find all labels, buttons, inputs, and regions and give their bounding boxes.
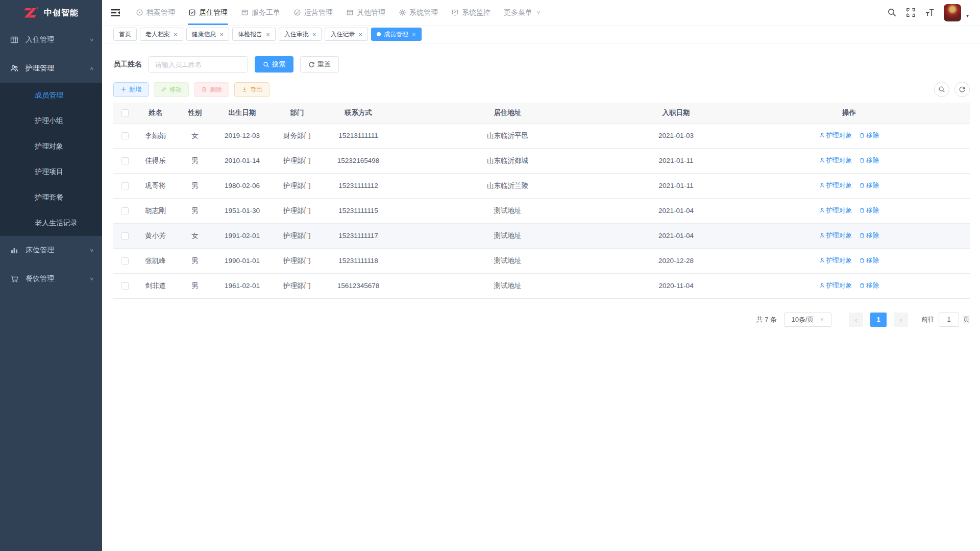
reset-button[interactable]: 重置 [300,56,339,73]
pagination: 共 7 条 10条/页 ∨ ‹ 1 › 前往 页 [113,313,970,327]
nav-item-other[interactable]: 其他管理 [339,0,392,25]
plus-icon [120,86,127,92]
row-checkbox[interactable] [121,207,129,214]
care-target-link[interactable]: 护理对象 [819,206,852,215]
column-header: 居住地址 [391,103,624,123]
search-icon[interactable] [887,8,897,17]
nav-item-more-menu[interactable]: 更多菜单 ∨ [497,0,547,25]
cell-birth-date: 2010-01-14 [215,148,269,173]
caret-down-icon[interactable]: ▾ [966,13,969,18]
care-target-label: 护理对象 [826,181,852,190]
cell-department: 护理部门 [269,248,325,273]
row-checkbox[interactable] [121,257,129,265]
column-header: 联系方式 [325,103,391,123]
trash-icon [859,132,865,138]
view-tab[interactable]: 入住审批 × [279,28,322,41]
sidebar-subitem[interactable]: 护理项目 [0,159,102,185]
remove-link[interactable]: 移除 [859,206,879,215]
sidebar-subitem-label: 老人生活记录 [35,219,78,228]
care-target-link[interactable]: 护理对象 [819,231,852,240]
goto-page-input[interactable] [939,313,959,327]
next-page-button[interactable]: › [894,313,908,327]
pencil-icon [161,86,167,92]
nav-item-label: 服务工单 [252,8,280,17]
cell-hire-date: 2020-12-28 [624,248,728,273]
care-target-link[interactable]: 护理对象 [819,281,852,290]
close-icon[interactable]: × [174,31,178,38]
fullscreen-icon[interactable] [906,8,916,17]
care-target-link[interactable]: 护理对象 [819,156,852,165]
tab-label: 入住审批 [284,30,309,39]
remove-link[interactable]: 移除 [859,181,879,190]
staff-name-input[interactable] [149,56,248,73]
trash-icon [859,282,865,289]
care-target-link[interactable]: 护理对象 [819,181,852,190]
sidebar-subitem[interactable]: 成员管理 [0,83,102,108]
sidebar-item-care-mgmt[interactable]: 护理管理 ∧ [0,54,102,83]
row-checkbox[interactable] [121,157,129,164]
table-body: 李娟娟 女 2019-12-03 财务部门 15213111111 山东临沂平邑… [113,123,970,298]
select-all-checkbox[interactable] [121,109,129,116]
row-checkbox[interactable] [121,232,129,239]
row-checkbox[interactable] [121,132,129,139]
remove-link[interactable]: 移除 [859,256,879,265]
page-number[interactable]: 1 [870,313,887,327]
remove-link[interactable]: 移除 [859,281,879,290]
view-tab[interactable]: 体检报告 × [232,28,276,41]
remove-link[interactable]: 移除 [859,156,879,165]
active-dot-icon [377,32,381,36]
tab-label: 首页 [119,30,131,39]
view-tab[interactable]: 老人档案 × [140,28,183,41]
close-icon[interactable]: × [220,31,224,38]
table-row: 张凯峰 男 1990-01-01 护理部门 15231111118 测试地址 2… [113,248,970,273]
nav-item-work-order[interactable]: 服务工单 [234,0,287,25]
nav-item-operations[interactable]: 运营管理 [287,0,339,25]
add-button[interactable]: 新增 [113,82,149,97]
edit-button[interactable]: 修改 [154,82,189,97]
view-tab[interactable]: 成员管理 × [371,28,422,41]
nav-item-archive[interactable]: 档案管理 [129,0,182,25]
close-icon[interactable]: × [266,31,270,38]
close-icon[interactable]: × [412,31,416,38]
view-tab[interactable]: 首页 [113,28,137,41]
export-button[interactable]: 导出 [234,82,270,97]
reset-button-label: 重置 [317,60,331,69]
nav-item-system-monitor[interactable]: 系统监控 [445,0,497,25]
sidebar-subitem[interactable]: 护理套餐 [0,185,102,210]
sidebar-group-bed: 床位管理 ∨ [0,236,102,265]
row-checkbox[interactable] [121,182,129,189]
sidebar-subitem[interactable]: 护理对象 [0,134,102,159]
close-icon[interactable]: × [358,31,362,38]
refresh-table-button[interactable] [954,82,970,97]
person-icon [819,282,825,289]
sidebar-item-bed-mgmt[interactable]: 床位管理 ∨ [0,236,102,265]
sidebar-subitem-label: 护理套餐 [35,193,63,202]
tab-bar: 首页 老人档案 × 健康信息 × 体检报告 [102,26,980,43]
sidebar-item-dining-mgmt[interactable]: 餐饮管理 ∨ [0,265,102,293]
care-target-link[interactable]: 护理对象 [819,131,852,140]
sidebar-subitem[interactable]: 护理小组 [0,108,102,134]
sidebar-collapse-icon[interactable] [110,7,121,18]
care-target-link[interactable]: 护理对象 [819,256,852,265]
remove-link[interactable]: 移除 [859,231,879,240]
sidebar-subitem[interactable]: 老人生活记录 [0,210,102,236]
search-button[interactable]: 搜索 [255,56,293,73]
delete-button[interactable]: 删除 [194,82,229,97]
prev-page-button[interactable]: ‹ [849,313,863,327]
sidebar-item-checkin-mgmt[interactable]: 入住管理 ∨ [0,26,102,54]
nav-item-label: 更多菜单 [504,8,532,17]
row-checkbox[interactable] [121,282,129,290]
brand[interactable]: 中创智能 [0,0,102,26]
nav-item-label: 运营管理 [304,8,333,17]
view-tab[interactable]: 入住记录 × [325,28,368,41]
view-tab[interactable]: 健康信息 × [186,28,230,41]
search-icon [263,61,270,68]
page-size-select[interactable]: 10条/页 ∨ [784,313,831,327]
nav-item-residence[interactable]: 居住管理 [182,0,234,25]
font-size-icon[interactable] [925,8,935,17]
user-avatar[interactable] [944,4,961,21]
close-icon[interactable]: × [312,31,316,38]
remove-link[interactable]: 移除 [859,131,879,140]
nav-item-system-mgmt[interactable]: 系统管理 [392,0,445,25]
toggle-search-button[interactable] [934,82,949,97]
